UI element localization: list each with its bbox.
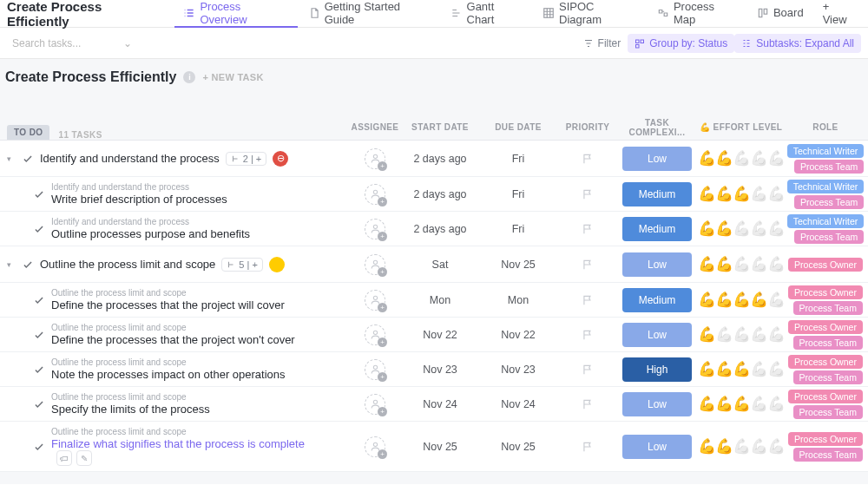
role-tag[interactable]: Process Owner [788, 285, 863, 299]
flag-icon[interactable] [582, 364, 594, 376]
role-tag[interactable]: Process Team [793, 301, 863, 315]
due-date[interactable]: Fri [479, 153, 557, 165]
start-date[interactable]: Nov 23 [401, 364, 479, 376]
assignee-avatar[interactable]: + [365, 184, 385, 205]
flag-icon[interactable] [582, 188, 594, 200]
tab-board[interactable]: Board [748, 0, 812, 28]
table-row[interactable]: ▾Outline the process limit and scope 5 |… [0, 246, 868, 283]
role-tag[interactable]: Process Team [793, 448, 863, 462]
search-input[interactable]: Search tasks... ⌄ [7, 32, 137, 55]
assignee-avatar[interactable]: + [365, 254, 385, 275]
tag-icon[interactable]: 🏷 [56, 450, 72, 466]
role-tag[interactable]: Process Owner [788, 390, 863, 403]
subtask-count-pill[interactable]: 5 | + [221, 258, 263, 272]
expand-caret-icon[interactable]: ▾ [7, 154, 16, 163]
table-row[interactable]: Identify and understand the processWrite… [0, 177, 868, 212]
subtask-count-pill[interactable]: 2 | + [226, 152, 267, 166]
flag-icon[interactable] [582, 329, 594, 341]
table-row[interactable]: Outline the process limit and scopeNote … [0, 352, 868, 387]
table-row[interactable]: Outline the process limit and scopeFinal… [0, 422, 868, 472]
filter-button[interactable]: Filter [576, 34, 628, 53]
flag-icon[interactable] [582, 441, 594, 453]
table-row[interactable]: Outline the process limit and scopeDefin… [0, 318, 868, 352]
status-icon[interactable] [269, 257, 285, 272]
role-tag[interactable]: Process Team [793, 336, 863, 350]
complexity-badge[interactable]: Low [622, 323, 692, 347]
col-role[interactable]: ROLE [783, 122, 868, 132]
role-tag[interactable]: Process Team [793, 370, 863, 384]
complexity-badge[interactable]: Low [622, 392, 692, 416]
due-date[interactable]: Nov 22 [479, 329, 557, 341]
status-check-icon[interactable] [33, 223, 45, 235]
status-chip[interactable]: TO DO [7, 125, 49, 140]
complexity-badge[interactable]: High [622, 357, 692, 382]
start-date[interactable]: 2 days ago [401, 223, 479, 235]
due-date[interactable]: Nov 25 [479, 441, 557, 453]
start-date[interactable]: 2 days ago [401, 153, 479, 165]
col-priority[interactable]: PRIORITY [557, 122, 618, 132]
table-row[interactable]: Outline the process limit and scopeDefin… [0, 283, 868, 318]
assignee-avatar[interactable]: + [365, 436, 385, 457]
role-tag[interactable]: Process Owner [788, 320, 863, 334]
assignee-avatar[interactable]: + [365, 148, 385, 169]
start-date[interactable]: Nov 24 [401, 398, 479, 410]
flag-icon[interactable] [582, 153, 594, 165]
group-by-button[interactable]: Group by: Status [628, 34, 734, 53]
status-check-icon[interactable] [33, 364, 45, 376]
due-date[interactable]: Fri [479, 223, 557, 235]
complexity-badge[interactable]: Medium [622, 288, 692, 312]
subtasks-button[interactable]: Subtasks: Expand All [734, 34, 861, 53]
assignee-avatar[interactable]: + [365, 359, 385, 380]
role-tag[interactable]: Technical Writer [787, 180, 865, 193]
start-date[interactable]: Sat [401, 259, 479, 271]
tab-gantt-chart[interactable]: Gantt Chart [442, 0, 532, 28]
start-date[interactable]: Mon [401, 294, 479, 306]
role-tag[interactable]: Technical Writer [787, 144, 865, 158]
info-icon[interactable]: i [183, 71, 195, 83]
role-tag[interactable]: Technical Writer [787, 214, 865, 228]
due-date[interactable]: Nov 23 [479, 364, 557, 376]
tab-process-overview[interactable]: Process Overview [174, 0, 297, 28]
new-task-button[interactable]: + NEW TASK [202, 72, 263, 82]
role-tag[interactable]: Process Team [794, 160, 864, 174]
status-check-icon[interactable] [33, 441, 45, 453]
start-date[interactable]: Nov 25 [401, 441, 479, 453]
status-check-icon[interactable] [22, 259, 34, 271]
role-tag[interactable]: Process Owner [788, 258, 863, 272]
table-row[interactable]: Identify and understand the processOutli… [0, 212, 868, 246]
col-complexity[interactable]: TASK COMPLEXI... [618, 118, 696, 137]
col-start-date[interactable]: START DATE [401, 122, 479, 132]
complexity-badge[interactable]: Low [622, 435, 692, 459]
complexity-badge[interactable]: Medium [622, 217, 692, 241]
complexity-badge[interactable]: Low [622, 147, 692, 171]
role-tag[interactable]: Process Owner [788, 355, 863, 369]
assignee-avatar[interactable]: + [365, 324, 385, 345]
role-tag[interactable]: Process Team [794, 195, 864, 209]
tab-sipoc-diagram[interactable]: SIPOC Diagram [534, 0, 647, 28]
start-date[interactable]: Nov 22 [401, 329, 479, 341]
blocked-icon[interactable]: ⊖ [273, 151, 288, 167]
assignee-avatar[interactable]: + [365, 394, 385, 415]
flag-icon[interactable] [582, 398, 594, 410]
status-check-icon[interactable] [33, 398, 45, 410]
due-date[interactable]: Fri [479, 188, 557, 200]
add-view-button[interactable]: + View [814, 0, 865, 28]
tab-process-map[interactable]: Process Map [648, 0, 746, 28]
status-check-icon[interactable] [33, 329, 45, 341]
due-date[interactable]: Mon [479, 294, 557, 306]
status-check-icon[interactable] [33, 188, 45, 200]
due-date[interactable]: Nov 25 [479, 259, 557, 271]
table-row[interactable]: Outline the process limit and scopeSpeci… [0, 387, 868, 422]
col-effort[interactable]: 💪 EFFORT LEVEL [696, 122, 783, 132]
complexity-badge[interactable]: Low [622, 252, 692, 277]
complexity-badge[interactable]: Medium [622, 182, 692, 206]
due-date[interactable]: Nov 24 [479, 398, 557, 410]
flag-icon[interactable] [582, 259, 594, 271]
status-check-icon[interactable] [33, 294, 45, 306]
col-due-date[interactable]: DUE DATE [479, 122, 557, 132]
assignee-avatar[interactable]: + [365, 290, 385, 311]
flag-icon[interactable] [582, 223, 594, 235]
assignee-avatar[interactable]: + [365, 219, 385, 239]
role-tag[interactable]: Process Owner [788, 432, 863, 446]
role-tag[interactable]: Process Team [793, 405, 863, 419]
